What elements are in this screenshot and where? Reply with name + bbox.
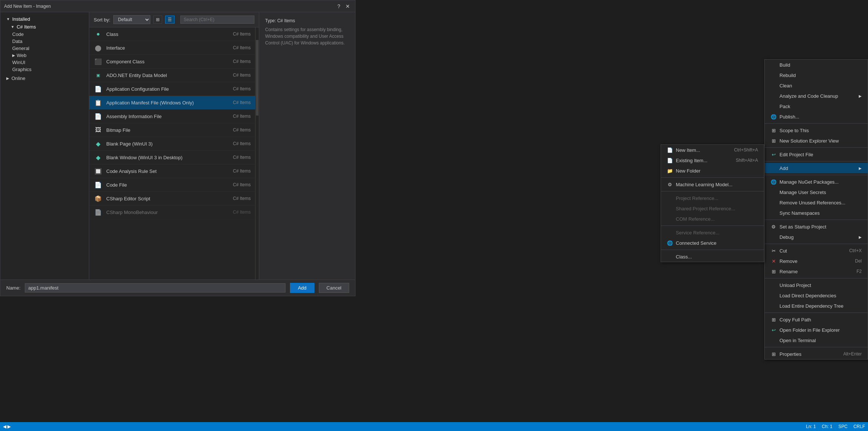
items-content: Sort by: Default ⊞ ☰ ● Class C# Items <box>89 12 259 280</box>
pack-menu-item[interactable]: Pack <box>765 101 868 111</box>
class-icon: ● <box>94 30 103 39</box>
ctx-sep3 <box>765 161 868 161</box>
rename-shortcut: F2 <box>857 269 862 274</box>
load-direct-menu-item[interactable]: Load Direct Dependencies <box>765 290 868 301</box>
web-arrow: ▶ <box>12 53 15 57</box>
class-menu-label: Class... <box>676 254 692 260</box>
open-terminal-label: Open in Terminal <box>779 338 816 343</box>
main-area: Sort by: Default ⊞ ☰ ● Class C# Items <box>89 12 355 280</box>
load-tree-menu-item[interactable]: Load Entire Dependency Tree <box>765 301 868 311</box>
existing-item-menu-item[interactable]: 📄 Existing Item... Shift+Alt+A <box>661 155 764 166</box>
analyze-menu-item[interactable]: Analyze and Code Cleanup ▶ <box>765 91 868 101</box>
open-terminal-menu-item[interactable]: Open in Terminal <box>765 335 868 345</box>
item-component-name: Component Class <box>106 59 229 64</box>
list-item[interactable]: 📄 Code File C# Items <box>89 178 255 192</box>
manage-secrets-menu-item[interactable]: Manage User Secrets <box>765 187 868 197</box>
item-codefile-cat: C# Items <box>233 182 251 187</box>
list-item[interactable]: ▣ ADO.NET Entity Data Model C# Items <box>89 69 255 82</box>
scroll-indicator[interactable] <box>255 27 259 280</box>
add-menu-item[interactable]: Add ▶ <box>765 163 868 173</box>
item-component-cat: C# Items <box>233 59 251 64</box>
clean-menu-item[interactable]: Clean <box>765 80 868 91</box>
list-item[interactable]: 📋 Application Manifest File (Windows Onl… <box>89 96 255 110</box>
debug-arrow: ▶ <box>859 235 862 239</box>
list-item[interactable]: 📄 CSharp MonoBehaviour C# Items <box>89 206 255 219</box>
open-explorer-label: Open Folder in File Explorer <box>779 327 840 333</box>
sidebar-item-c-items[interactable]: ▼ C# Items <box>0 23 89 31</box>
list-item[interactable]: ● Class C# Items <box>89 27 255 41</box>
scope-menu-item[interactable]: ⊞ Scope to This <box>765 125 868 136</box>
list-item[interactable]: ◆ Blank Page (WinUI 3) C# Items <box>89 137 255 151</box>
edit-project-menu-item[interactable]: ↩ Edit Project File <box>765 149 868 160</box>
add-new-item-menu-item[interactable]: 📄 New Item... Ctrl+Shift+A <box>661 145 764 155</box>
item-csmono-name: CSharp MonoBehaviour <box>106 210 229 215</box>
rebuild-menu-item[interactable]: Rebuild <box>765 70 868 80</box>
interface-icon: ⬤ <box>94 43 103 52</box>
existing-item-shortcut: Shift+Alt+A <box>736 158 758 163</box>
list-item[interactable]: 🔲 Code Analysis Rule Set C# Items <box>89 164 255 178</box>
ml-model-label: Machine Learning Model... <box>676 182 732 187</box>
close-button[interactable]: ✕ <box>344 3 351 10</box>
search-input[interactable] <box>180 16 254 24</box>
list-item[interactable]: 🖼 Bitmap File C# Items <box>89 123 255 137</box>
connected-service-icon: 🌐 <box>667 240 673 246</box>
sidebar-item-installed[interactable]: ▼ Installed <box>0 15 89 23</box>
copy-path-menu-item[interactable]: ⊞ Copy Full Path <box>765 314 868 325</box>
publish-menu-item[interactable]: 🌐 Publish... <box>765 111 868 122</box>
connected-service-menu-item[interactable]: 🌐 Connected Service <box>661 238 764 248</box>
scroll-thumb[interactable] <box>256 40 258 116</box>
sidebar-item-winui[interactable]: WinUI <box>0 59 89 66</box>
sidebar-item-web[interactable]: ▶ Web <box>0 52 89 59</box>
add-button[interactable]: Add <box>290 283 314 293</box>
add-submenu-sep4 <box>661 250 764 250</box>
cancel-button[interactable]: Cancel <box>319 283 349 293</box>
rename-label: Rename <box>779 269 798 274</box>
list-view-button[interactable]: ☰ <box>165 16 174 24</box>
debug-menu-item[interactable]: Debug ▶ <box>765 232 868 242</box>
sidebar-item-general[interactable]: General <box>0 45 89 52</box>
com-ref-menu-item: COM Reference... <box>661 214 764 224</box>
list-item[interactable]: 📄 Application Configuration File C# Item… <box>89 82 255 96</box>
name-input[interactable] <box>25 283 286 293</box>
class-menu-item[interactable]: Class... <box>661 251 764 262</box>
manage-nuget-menu-item[interactable]: 🌐 Manage NuGet Packages... <box>765 177 868 187</box>
unload-label: Unload Project <box>779 283 811 288</box>
new-solution-menu-item[interactable]: ⊞ New Solution Explorer View <box>765 136 868 146</box>
connected-service-label: Connected Service <box>676 240 717 246</box>
cut-menu-item[interactable]: ✂ Cut Ctrl+X <box>765 245 868 256</box>
sync-namespaces-menu-item[interactable]: Sync Namespaces <box>765 208 868 218</box>
properties-menu-item[interactable]: ⊞ Properties Alt+Enter <box>765 349 868 359</box>
help-button[interactable]: ? <box>335 3 343 10</box>
startup-icon: ⚙ <box>771 224 777 230</box>
build-menu-item[interactable]: Build <box>765 60 868 70</box>
list-item[interactable]: ⬛ Component Class C# Items <box>89 55 255 69</box>
sort-select[interactable]: Default <box>113 15 150 24</box>
load-direct-icon <box>771 293 777 298</box>
remove-menu-item[interactable]: ✕ Remove Del <box>765 256 868 266</box>
ml-model-menu-item[interactable]: ⚙ Machine Learning Model... <box>661 179 764 190</box>
sidebar-item-data[interactable]: Data <box>0 38 89 45</box>
list-item[interactable]: 📦 CSharp Editor Script C# Items <box>89 192 255 206</box>
grid-view-button[interactable]: ⊞ <box>153 16 162 24</box>
list-item[interactable]: 📄 Assembly Information File C# Items <box>89 110 255 123</box>
new-folder-menu-item[interactable]: 📁 New Folder <box>661 166 764 176</box>
cseditor-icon: 📦 <box>94 194 103 203</box>
unload-menu-item[interactable]: Unload Project <box>765 280 868 290</box>
item-manifest-cat: C# Items <box>233 100 251 105</box>
list-item[interactable]: ⬤ Interface C# Items <box>89 41 255 55</box>
sidebar-item-graphics[interactable]: Graphics <box>0 66 89 73</box>
sidebar-item-code[interactable]: Code <box>0 31 89 38</box>
properties-icon: ⊞ <box>771 351 777 357</box>
remove-unused-label: Remove Unused References... <box>779 200 845 206</box>
list-item[interactable]: ◆ Blank Window (WinUI 3 in Desktop) C# I… <box>89 151 255 164</box>
status-left: ◀ ▶ <box>3 424 11 429</box>
open-explorer-menu-item[interactable]: ↩ Open Folder in File Explorer <box>765 325 868 335</box>
remove-unused-menu-item[interactable]: Remove Unused References... <box>765 197 868 208</box>
status-spc: SPC <box>838 424 848 429</box>
items-list: ● Class C# Items ⬤ Interface C# Items ⬛ … <box>89 27 255 280</box>
pack-icon <box>771 103 777 109</box>
rename-menu-item[interactable]: ⊞ Rename F2 <box>765 266 868 277</box>
startup-menu-item[interactable]: ⚙ Set as Startup Project <box>765 221 868 232</box>
sidebar-item-online[interactable]: ▶ Online <box>0 74 89 82</box>
add-arrow: ▶ <box>859 166 862 170</box>
